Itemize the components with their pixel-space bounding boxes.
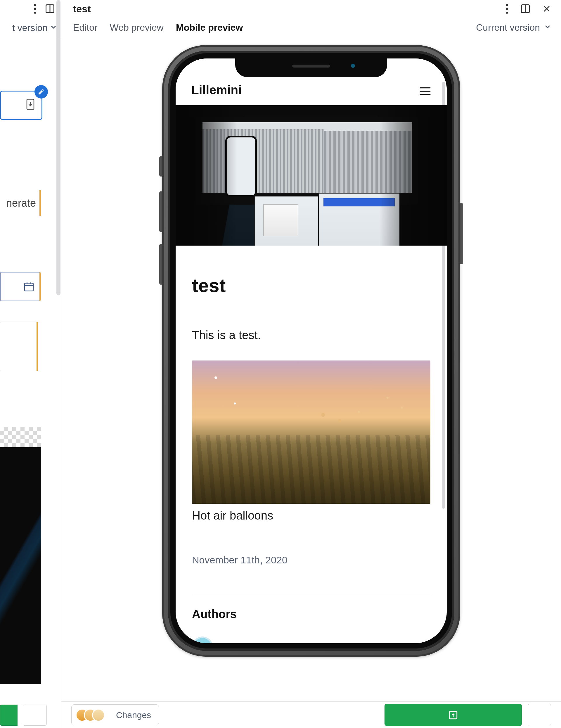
tab-web-preview[interactable]: Web preview bbox=[110, 22, 164, 33]
more-vertical-icon[interactable] bbox=[34, 4, 37, 14]
chevron-down-icon bbox=[50, 23, 57, 32]
fragment-card-selected[interactable] bbox=[0, 91, 42, 120]
article-date: November 11th, 2020 bbox=[192, 554, 430, 566]
svg-point-18 bbox=[506, 8, 508, 10]
edit-pencil-icon[interactable] bbox=[34, 85, 48, 99]
left-action-secondary[interactable] bbox=[23, 705, 47, 726]
phone-frame: Lillemini bbox=[162, 45, 460, 657]
left-version-select[interactable]: t version bbox=[0, 18, 61, 38]
left-version-label: t version bbox=[12, 23, 48, 33]
main-tabs-row: Editor Web preview Mobile preview Curren… bbox=[61, 18, 561, 38]
article-paragraph: This is a test. bbox=[192, 329, 430, 342]
bottom-bar: Changes bbox=[61, 702, 561, 728]
hamburger-menu-icon[interactable] bbox=[419, 87, 431, 97]
main-header: test bbox=[61, 0, 561, 18]
chevron-down-icon bbox=[544, 23, 551, 32]
authors-heading: Authors bbox=[192, 608, 430, 621]
svg-rect-7 bbox=[25, 283, 33, 291]
svg-point-2 bbox=[34, 11, 36, 13]
calendar-icon bbox=[23, 281, 35, 292]
page-title: test bbox=[73, 3, 91, 15]
changes-chip[interactable]: Changes bbox=[71, 704, 159, 725]
version-select[interactable]: Current version bbox=[476, 22, 551, 33]
svg-point-0 bbox=[34, 4, 36, 6]
publish-button[interactable] bbox=[384, 704, 522, 726]
hero-image bbox=[176, 105, 447, 246]
svg-point-1 bbox=[34, 8, 36, 10]
version-select-label: Current version bbox=[476, 22, 540, 33]
tab-editor[interactable]: Editor bbox=[73, 22, 98, 33]
svg-point-19 bbox=[506, 12, 508, 14]
left-sidebar: t version nerate bbox=[0, 0, 61, 728]
main-panel: test Editor Web preview Mobile preview bbox=[61, 0, 561, 728]
article-title: test bbox=[192, 275, 430, 296]
sidebar-item-generate[interactable]: nerate bbox=[0, 190, 41, 216]
phone-screen: Lillemini bbox=[176, 58, 447, 643]
avatar bbox=[92, 709, 105, 722]
sidebar-item-label: nerate bbox=[6, 197, 36, 209]
left-action-primary[interactable] bbox=[0, 705, 18, 726]
sidebar-hero-thumbnail[interactable] bbox=[0, 427, 41, 684]
phone-notch bbox=[235, 55, 387, 77]
tab-mobile-preview[interactable]: Mobile preview bbox=[176, 22, 243, 33]
document-download-icon bbox=[26, 99, 35, 112]
publish-icon bbox=[448, 710, 458, 720]
sidebar-card-empty[interactable] bbox=[0, 322, 38, 371]
changes-label: Changes bbox=[116, 710, 151, 720]
panel-split-icon[interactable] bbox=[45, 4, 55, 14]
panel-split-icon[interactable] bbox=[520, 4, 531, 14]
more-vertical-icon[interactable] bbox=[505, 4, 508, 14]
divider bbox=[192, 595, 430, 595]
svg-point-17 bbox=[506, 4, 508, 6]
close-icon[interactable] bbox=[542, 4, 551, 13]
site-brand[interactable]: Lillemini bbox=[191, 83, 242, 97]
more-actions-button[interactable] bbox=[528, 704, 551, 726]
image-caption: Hot air balloons bbox=[192, 509, 430, 522]
article-image bbox=[192, 360, 430, 504]
preview-area: Lillemini bbox=[61, 38, 561, 702]
sidebar-card-date[interactable] bbox=[0, 272, 41, 301]
avatar-stack bbox=[76, 708, 111, 722]
sidebar-scrollbar[interactable] bbox=[56, 0, 61, 295]
